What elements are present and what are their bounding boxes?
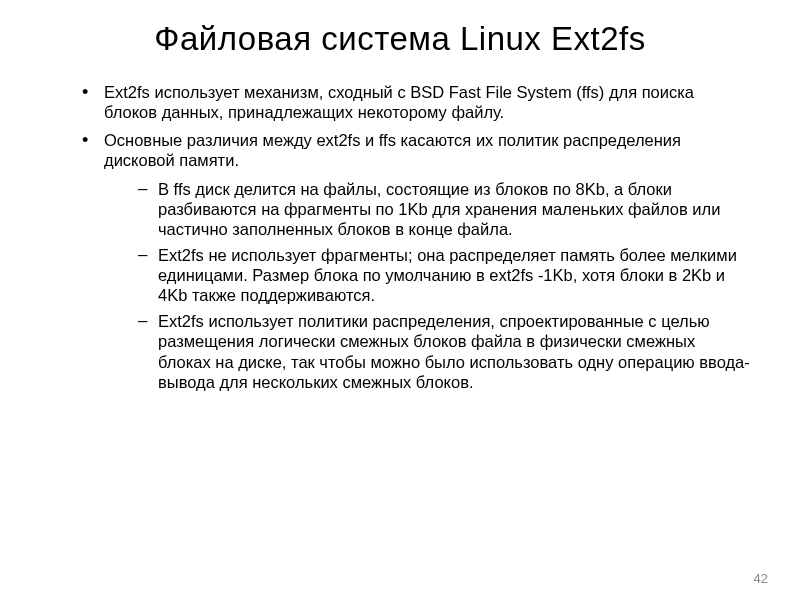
bullet-item: Ext2fs использует механизм, сходный с BS…	[80, 82, 750, 122]
sub-bullet-item: Ext2fs не использует фрагменты; она расп…	[136, 245, 750, 305]
slide-title: Файловая система Linux Ext2fs	[50, 20, 750, 58]
sub-bullet-list: В ffs диск делится на файлы, состоящие и…	[104, 179, 750, 392]
sub-bullet-text: Ext2fs не использует фрагменты; она расп…	[158, 246, 737, 304]
sub-bullet-text: В ffs диск делится на файлы, состоящие и…	[158, 180, 720, 238]
sub-bullet-item: В ffs диск делится на файлы, состоящие и…	[136, 179, 750, 239]
sub-bullet-item: Ext2fs использует политики распределения…	[136, 311, 750, 392]
page-number: 42	[754, 571, 768, 586]
bullet-text: Основные различия между ext2fs и ffs кас…	[104, 131, 681, 169]
bullet-item: Основные различия между ext2fs и ffs кас…	[80, 130, 750, 392]
bullet-list: Ext2fs использует механизм, сходный с BS…	[50, 82, 750, 392]
sub-bullet-text: Ext2fs использует политики распределения…	[158, 312, 750, 390]
bullet-text: Ext2fs использует механизм, сходный с BS…	[104, 83, 694, 121]
